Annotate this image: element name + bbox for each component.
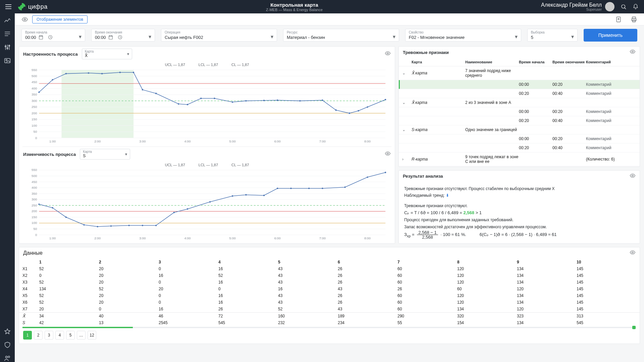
svg-text:4:00: 4:00 <box>184 139 191 143</box>
property-select[interactable]: Свойство F02 - Мгновенное значение ▾ <box>405 29 521 42</box>
alarms-title: Тревожные признаки <box>403 50 449 55</box>
page-button[interactable]: 2 <box>34 331 43 340</box>
visibility-toggle-icon[interactable] <box>21 16 28 23</box>
chevron-down-icon: ▾ <box>515 34 518 40</box>
bell-icon[interactable] <box>633 4 639 10</box>
data-title: Данные <box>23 250 43 256</box>
svg-point-52 <box>119 72 121 73</box>
chart2-card-select[interactable]: Карта S ▾ <box>80 149 130 160</box>
sample-select[interactable]: Выборка 5 ▾ <box>527 29 578 42</box>
svg-point-60 <box>232 101 233 103</box>
page-button[interactable]: 4 <box>55 331 64 340</box>
page-button[interactable]: 3 <box>45 331 53 340</box>
nav-sliders-icon[interactable] <box>4 44 11 51</box>
start-time-select[interactable]: Время начала 00:00 ▾ <box>21 29 85 42</box>
svg-text:200: 200 <box>32 209 37 213</box>
svg-point-109 <box>65 217 67 218</box>
alarm-row[interactable]: 00:0000:20Комментарий <box>399 107 640 116</box>
brand-logo[interactable]: цифра <box>18 3 48 10</box>
panel-visibility-icon[interactable] <box>630 49 636 56</box>
alarm-row[interactable]: 00:2000:40Комментарий <box>399 89 640 98</box>
hamburger-menu[interactable] <box>5 4 11 9</box>
chevron-right-icon[interactable]: › <box>402 157 412 162</box>
data-scrollbar[interactable] <box>22 327 636 328</box>
chevron-down-icon[interactable]: ⌄ <box>402 127 412 132</box>
svg-text:150: 150 <box>32 117 37 121</box>
apply-button[interactable]: Применить <box>584 29 637 42</box>
page-button[interactable]: 12 <box>88 331 96 340</box>
chevron-down-icon: ▾ <box>393 34 395 40</box>
svg-text:550: 550 <box>32 168 37 172</box>
calendar-icon <box>38 35 44 40</box>
chevron-down-icon: ▾ <box>127 52 129 56</box>
resource-label: Ресурс <box>287 31 298 34</box>
chart2: 0501001502002503003504004505005501:002:0… <box>25 168 389 241</box>
user-menu[interactable]: Александр Грейам Белл Superuser <box>541 2 614 12</box>
analysis-line: Тревожные признаки отсутствуют. Процесс … <box>404 185 634 192</box>
panel-visibility-icon[interactable] <box>385 50 391 58</box>
svg-text:500: 500 <box>32 74 37 78</box>
chevron-down-icon[interactable]: ⌄ <box>402 71 412 75</box>
panel-visibility-icon[interactable] <box>385 150 391 158</box>
analysis-formula1: Cₚ = T / 6σ̂ = 100 / 6 / 6,489 = 2,568 >… <box>404 209 634 217</box>
calendar-icon <box>108 35 113 40</box>
alarm-group-row[interactable]: ⌄ S-картаОдно значение за границей <box>399 125 640 134</box>
svg-point-127 <box>367 176 368 178</box>
alarm-group-row[interactable]: ⌄ X̄ карта2 из 3 значений в зоне A <box>399 98 640 107</box>
alarm-group-row[interactable]: ⌄ X̄ карта7 значений подряд ниже среднег… <box>399 66 640 80</box>
page-button[interactable]: 5 <box>66 331 75 340</box>
nav-image-icon[interactable] <box>4 57 11 64</box>
page-button[interactable]: … <box>77 331 86 340</box>
chart2-title: Изменчивость процесса <box>23 152 76 157</box>
svg-point-63 <box>277 100 278 101</box>
table-row: X72001626524360134120145 <box>19 306 640 312</box>
resource-select[interactable]: Ресурс Материал - бензин ▾ <box>283 29 399 42</box>
chart2-card-label: Карта <box>83 150 92 154</box>
svg-text:1:00: 1:00 <box>49 139 56 143</box>
svg-text:300: 300 <box>32 99 37 103</box>
table-summary-row: S4213254554523223455154134545 <box>19 319 640 326</box>
svg-text:6:00: 6:00 <box>274 236 281 240</box>
alarm-row[interactable]: 00:2000:40Комментарий <box>399 143 640 153</box>
svg-text:350: 350 <box>32 93 37 96</box>
panel-visibility-icon[interactable] <box>630 173 636 180</box>
chart1-lcl-label: LCL — 1,87 <box>199 63 218 67</box>
alarm-row[interactable]: 00:0000:20Комментарий <box>399 134 640 143</box>
print-icon[interactable] <box>631 16 637 23</box>
export-icon[interactable] <box>615 16 622 23</box>
alarm-row[interactable]: 00:0000:20Комментарий <box>399 80 640 89</box>
svg-point-7 <box>6 356 8 358</box>
table-row: X20201652432660120134145 <box>19 272 640 279</box>
nav-list-icon[interactable] <box>4 30 11 38</box>
svg-point-9 <box>24 18 26 20</box>
end-time-select[interactable]: Время окончания 00:00 ▾ <box>91 29 155 42</box>
nav-users-icon[interactable] <box>4 355 11 362</box>
svg-text:7:00: 7:00 <box>319 139 326 143</box>
chevron-down-icon[interactable]: ⌄ <box>402 100 412 105</box>
nav-shield-icon[interactable] <box>4 341 11 349</box>
chart1-card-label: Карта <box>85 50 94 53</box>
svg-rect-5 <box>5 59 10 63</box>
display-elements-button[interactable]: Отображение элементов <box>32 15 88 23</box>
svg-point-65 <box>322 100 323 101</box>
operation-select[interactable]: Операция Сырая нефть F002 ▾ <box>161 29 277 42</box>
page-button[interactable]: 1 <box>23 331 32 340</box>
panel-visibility-icon[interactable] <box>630 249 636 257</box>
nav-star-icon[interactable] <box>4 328 11 335</box>
alarm-row[interactable]: 00:2000:40Комментарий <box>399 116 640 125</box>
alarm-group-row[interactable]: › R-карта9 точек подряд лежат в зоне C и… <box>399 153 640 166</box>
svg-text:350: 350 <box>32 192 37 195</box>
svg-point-61 <box>245 100 247 102</box>
search-icon[interactable] <box>621 4 627 10</box>
svg-text:200: 200 <box>32 111 37 115</box>
svg-rect-19 <box>61 70 133 138</box>
chart1-cl-label: CL — 1,87 <box>231 63 249 67</box>
svg-text:150: 150 <box>32 215 37 219</box>
svg-text:100: 100 <box>32 124 37 127</box>
nav-trend-icon[interactable] <box>4 17 11 24</box>
svg-text:450: 450 <box>32 180 37 184</box>
chevron-down-icon: ▾ <box>271 34 273 40</box>
chart1-card-select[interactable]: Карта X̄ ▾ <box>82 49 132 59</box>
svg-point-121 <box>263 195 265 196</box>
user-name: Александр Грейам Белл <box>541 2 602 8</box>
